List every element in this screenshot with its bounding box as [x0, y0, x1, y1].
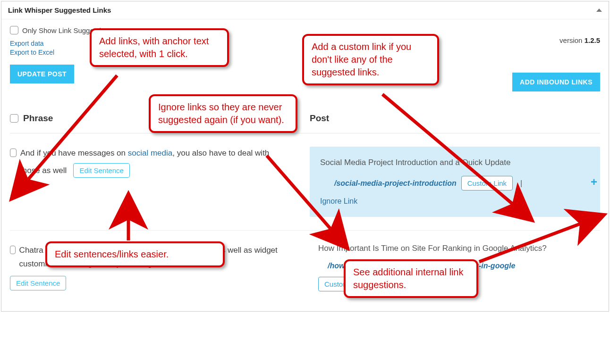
version-label: version 1.2.5 [512, 36, 600, 44]
export-data-link[interactable]: Export data [10, 40, 44, 47]
callout-custom-link: Add a custom link if you don't like any … [302, 34, 439, 85]
add-inbound-links-button[interactable]: ADD INBOUND LINKS [512, 73, 600, 91]
anchor-text: social media [128, 149, 173, 157]
custom-link-button[interactable]: Custom Link [461, 176, 513, 190]
edit-sentence-button[interactable]: Edit Sentence [10, 276, 66, 290]
row-checkbox[interactable] [10, 246, 16, 254]
select-all-checkbox[interactable] [10, 114, 18, 123]
columns-header: Phrase Post [10, 113, 600, 133]
callout-add-links: Add links, with anchor text selected, wi… [90, 28, 229, 67]
update-post-button[interactable]: UPDATE POST [10, 65, 74, 83]
suggested-post-title: Social Media Project Introduction and a … [320, 158, 590, 167]
only-show-checkbox[interactable] [10, 26, 18, 34]
collapse-toggle-icon[interactable] [596, 8, 602, 12]
panel-title: Link Whisper Suggested Links [8, 6, 111, 14]
ignore-link[interactable]: Ignore Link [320, 197, 357, 205]
callout-ignore-links: Ignore links so they are never suggested… [149, 94, 297, 133]
suggestion-row: And if you have messages on social media… [10, 133, 600, 231]
panel-header: Link Whisper Suggested Links [1, 1, 609, 19]
phrase-text: And if you have messages on social media… [20, 147, 291, 178]
suggested-post-slug: /social-media-project-introduction [334, 179, 457, 188]
suggested-post-title: How Important Is Time on Site For Rankin… [318, 244, 600, 253]
edit-sentence-button[interactable]: Edit Sentence [73, 163, 129, 178]
expand-suggestions-icon[interactable]: + [591, 175, 597, 189]
callout-edit-sentences: Edit sentences/links easier. [45, 241, 225, 267]
post-suggestion-card: Social Media Project Introduction and a … [310, 147, 600, 217]
post-column-label: Post [310, 113, 329, 123]
phrase-column-label: Phrase [23, 113, 53, 124]
row-checkbox[interactable] [10, 149, 17, 157]
callout-see-more: See additional internal link suggestions… [344, 259, 478, 298]
